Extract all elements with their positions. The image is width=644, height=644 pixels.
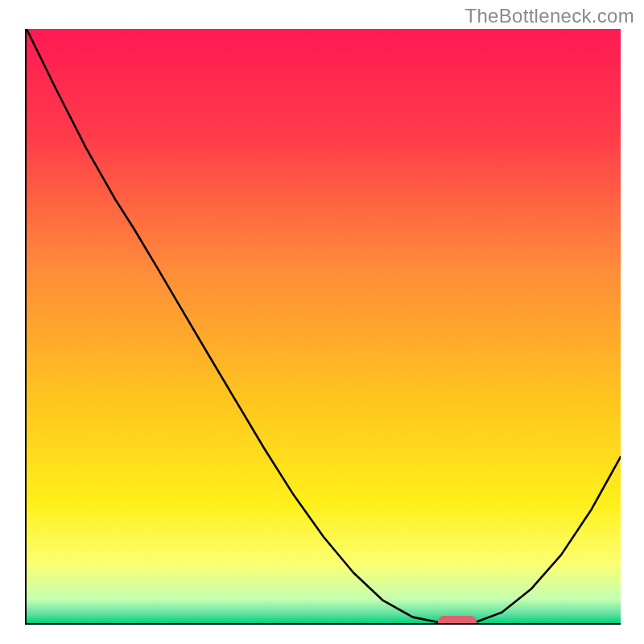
- chart-plot-area: [25, 29, 621, 625]
- chart-highlight-marker: [438, 616, 477, 625]
- watermark-text: TheBottleneck.com: [464, 5, 634, 27]
- chart-curve: [27, 29, 621, 623]
